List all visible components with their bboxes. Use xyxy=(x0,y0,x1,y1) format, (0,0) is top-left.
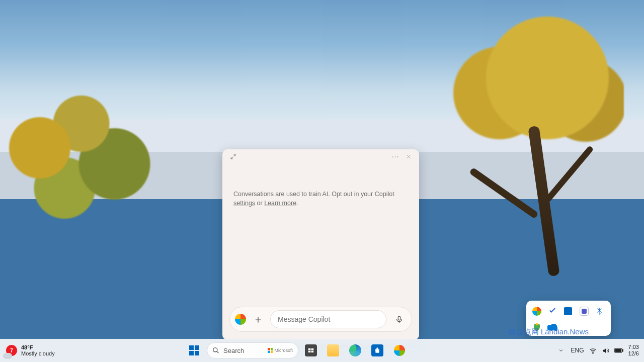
search-brand: Microsoft xyxy=(274,348,293,353)
clock-date: 12/6 xyxy=(628,350,639,357)
tray-teams-icon[interactable] xyxy=(579,306,590,317)
store-icon xyxy=(371,344,383,356)
taskbar-weather[interactable]: 7 48°F Mostly cloudy xyxy=(0,344,101,356)
clock-time: 7:03 xyxy=(628,344,639,350)
chevron-down-icon xyxy=(558,347,564,353)
tray-todo-icon[interactable] xyxy=(547,306,558,317)
tray-copilot-icon[interactable] xyxy=(531,306,542,317)
wifi-icon[interactable] xyxy=(589,347,597,354)
more-icon[interactable]: ··· xyxy=(389,150,402,163)
edge-button[interactable] xyxy=(346,341,365,360)
svg-rect-3 xyxy=(308,348,311,350)
svg-rect-0 xyxy=(398,316,400,320)
folder-icon xyxy=(327,344,339,356)
tray-onedrive-icon[interactable] xyxy=(547,322,558,333)
svg-point-2 xyxy=(213,348,217,352)
svg-point-7 xyxy=(592,352,593,353)
start-button[interactable] xyxy=(185,341,204,360)
copilot-message-input[interactable] xyxy=(270,310,386,328)
search-icon xyxy=(212,347,219,354)
tray-security-icon[interactable] xyxy=(531,322,542,333)
notice-text: . xyxy=(296,200,298,207)
wallpaper-tree-right xyxy=(438,15,624,277)
copilot-icon xyxy=(394,345,405,356)
svg-rect-5 xyxy=(308,351,311,353)
wallpaper-trees-left xyxy=(0,75,156,236)
svg-rect-9 xyxy=(622,349,623,351)
close-icon[interactable] xyxy=(402,150,415,163)
taskbar: 7 48°F Mostly cloudy Search Microsoft EN… xyxy=(0,339,644,362)
weather-condition: Mostly cloudy xyxy=(21,350,55,356)
search-placeholder: Search xyxy=(223,347,244,354)
notice-text: or xyxy=(255,200,264,207)
copilot-notice: Conversations are used to train AI. Opt … xyxy=(222,163,419,307)
settings-link[interactable]: settings xyxy=(233,200,255,207)
tray-bluetooth-icon[interactable] xyxy=(594,306,605,317)
notice-text: Conversations are used to train AI. Opt … xyxy=(233,191,394,198)
expand-icon[interactable] xyxy=(226,150,239,163)
copilot-titlebar: ··· xyxy=(222,149,419,163)
tray-yourphone-icon[interactable] xyxy=(562,306,574,317)
system-tray: ENG 7:03 12/6 xyxy=(493,344,644,356)
taskview-button[interactable] xyxy=(301,341,320,360)
store-button[interactable] xyxy=(368,341,387,360)
windows-logo-icon xyxy=(189,345,199,355)
weather-temp: 48°F xyxy=(21,344,55,350)
new-chat-button[interactable]: ＋ xyxy=(251,312,265,326)
cloud-icon xyxy=(3,353,12,359)
microphone-icon[interactable] xyxy=(391,312,407,327)
learn-more-link[interactable]: Learn more xyxy=(264,200,296,207)
copilot-logo-icon[interactable] xyxy=(235,314,246,325)
taskbar-search[interactable]: Search Microsoft xyxy=(207,342,298,358)
svg-rect-10 xyxy=(615,349,621,352)
volume-icon[interactable] xyxy=(602,347,609,354)
copilot-taskbar-button[interactable] xyxy=(390,341,409,360)
copilot-window: ··· Conversations are used to train AI. … xyxy=(222,149,419,340)
microsoft-logo-icon xyxy=(268,348,273,353)
copilot-input-row: ＋ xyxy=(229,307,412,332)
svg-point-1 xyxy=(536,323,538,326)
battery-icon[interactable] xyxy=(614,347,623,353)
svg-rect-6 xyxy=(311,351,314,353)
tray-overflow-popup xyxy=(526,301,611,336)
svg-rect-4 xyxy=(311,348,314,350)
tray-overflow-button[interactable] xyxy=(556,345,566,355)
taskbar-clock[interactable]: 7:03 12/6 xyxy=(628,344,639,356)
language-indicator[interactable]: ENG xyxy=(571,347,584,354)
edge-icon xyxy=(349,344,361,356)
explorer-button[interactable] xyxy=(324,341,343,360)
